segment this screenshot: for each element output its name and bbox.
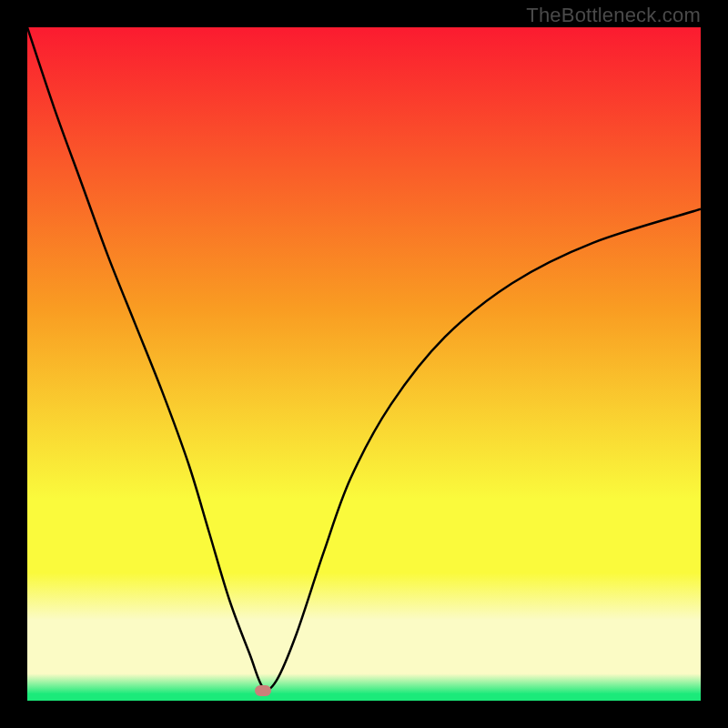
minimum-marker <box>255 685 271 696</box>
gradient-background <box>27 27 701 701</box>
watermark-text: TheBottleneck.com <box>526 4 701 27</box>
plot-frame <box>27 27 701 701</box>
